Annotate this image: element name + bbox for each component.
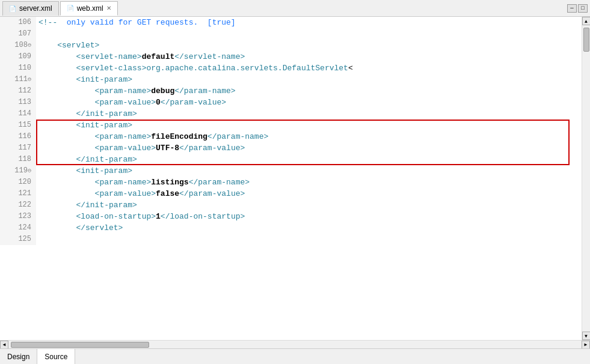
editor-container: 106<!-- only valid for GET requests. [tr…: [0, 17, 590, 340]
table-row: 125: [0, 234, 582, 245]
scroll-right-arrow[interactable]: ▶: [582, 341, 590, 349]
bottom-bar: Design Source: [0, 348, 590, 364]
line-number: 122: [0, 199, 36, 211]
maximize-button[interactable]: □: [578, 4, 588, 13]
line-number: 106: [0, 17, 36, 28]
line-number: 111⊖: [0, 74, 36, 85]
table-row: 120 <param-name>listings</param-name>: [0, 177, 582, 188]
line-content: <init-param>: [36, 120, 132, 131]
horizontal-scrollbar[interactable]: ◀ ▶: [0, 340, 590, 348]
table-row: 115 <init-param>: [0, 120, 582, 131]
line-content: <servlet>: [36, 40, 99, 51]
line-number: 107: [0, 28, 36, 40]
tab-label-2: web.xml: [77, 4, 103, 13]
line-content: <init-param>: [36, 165, 132, 177]
table-row: 122 </init-param>: [0, 199, 582, 211]
line-content: </servlet>: [36, 222, 123, 234]
line-content: [36, 234, 38, 245]
window-controls: ─ □: [567, 4, 588, 13]
line-number: 120: [0, 177, 36, 188]
scrollbar-h-thumb[interactable]: [11, 342, 149, 348]
scrollbar-thumb[interactable]: [583, 28, 589, 52]
line-number: 115: [0, 120, 36, 131]
line-number: 118: [0, 154, 36, 165]
line-content: </init-param>: [36, 199, 137, 211]
tab-server-xml[interactable]: 📄 server.xml: [2, 1, 59, 16]
line-number: 114: [0, 108, 36, 120]
line-content: <servlet-name>default</servlet-name>: [36, 51, 245, 62]
table-row: 123 <load-on-startup>1</load-on-startup>: [0, 211, 582, 222]
line-content: <servlet-class>org.apache.catalina.servl…: [36, 62, 353, 74]
table-row: 118 </init-param>: [0, 154, 582, 165]
table-row: 116 <param-name>fileEncoding</param-name…: [0, 131, 582, 142]
line-content: <param-value>UTF-8</param-value>: [36, 142, 245, 154]
table-row: 107: [0, 28, 582, 40]
file-icon: 📄: [9, 5, 16, 12]
line-content: <init-param>: [36, 74, 132, 85]
line-number: 123: [0, 211, 36, 222]
line-content: [36, 28, 38, 40]
table-row: 110 <servlet-class>org.apache.catalina.s…: [0, 62, 582, 74]
vertical-scrollbar[interactable]: ▲ ▼: [582, 17, 590, 340]
line-number: 125: [0, 234, 36, 245]
line-number: 112: [0, 85, 36, 97]
line-content: <param-value>0</param-value>: [36, 97, 226, 108]
table-row: 112 <param-name>debug</param-name>: [0, 85, 582, 97]
design-tab[interactable]: Design: [0, 349, 37, 364]
line-content: <!-- only valid for GET requests. [true]: [36, 17, 236, 28]
table-row: 117 <param-value>UTF-8</param-value>: [0, 142, 582, 154]
tab-label: server.xml: [19, 4, 52, 13]
file-icon-2: 📄: [67, 5, 74, 11]
table-row: 114 </init-param>: [0, 108, 582, 120]
line-number: 124: [0, 222, 36, 234]
table-row: 111⊖ <init-param>: [0, 74, 582, 85]
source-tab[interactable]: Source: [37, 349, 75, 364]
line-number: 116: [0, 131, 36, 142]
line-number: 117: [0, 142, 36, 154]
line-content: <param-value>false</param-value>: [36, 188, 245, 199]
line-number: 110: [0, 62, 36, 74]
lines-wrapper: 106<!-- only valid for GET requests. [tr…: [0, 17, 582, 340]
scroll-up-arrow[interactable]: ▲: [582, 17, 591, 25]
minimize-button[interactable]: ─: [567, 4, 577, 13]
line-content: <param-name>listings</param-name>: [36, 177, 250, 188]
table-row: 113 <param-value>0</param-value>: [0, 97, 582, 108]
table-row: 106<!-- only valid for GET requests. [tr…: [0, 17, 582, 28]
line-number: 113: [0, 97, 36, 108]
table-row: 108⊖ <servlet>: [0, 40, 582, 51]
line-number: 121: [0, 188, 36, 199]
scroll-down-arrow[interactable]: ▼: [582, 332, 591, 340]
title-bar: 📄 server.xml 📄 web.xml ✕ ─ □: [0, 0, 590, 17]
table-row: 121 <param-value>false</param-value>: [0, 188, 582, 199]
line-number: 109: [0, 51, 36, 62]
line-content: </init-param>: [36, 154, 137, 165]
line-content: <param-name>fileEncoding</param-name>: [36, 131, 268, 142]
line-content: <load-on-startup>1</load-on-startup>: [36, 211, 245, 222]
table-row: 109 <servlet-name>default</servlet-name>: [0, 51, 582, 62]
line-content: </init-param>: [36, 108, 137, 120]
tab-close-icon[interactable]: ✕: [106, 5, 111, 11]
line-number: 119⊖: [0, 165, 36, 177]
tab-web-xml[interactable]: 📄 web.xml ✕: [60, 1, 118, 16]
table-row: 119⊖ <init-param>: [0, 165, 582, 177]
table-row: 124 </servlet>: [0, 222, 582, 234]
line-content: <param-name>debug</param-name>: [36, 85, 236, 97]
scroll-left-arrow[interactable]: ◀: [0, 341, 8, 349]
line-number: 108⊖: [0, 40, 36, 51]
